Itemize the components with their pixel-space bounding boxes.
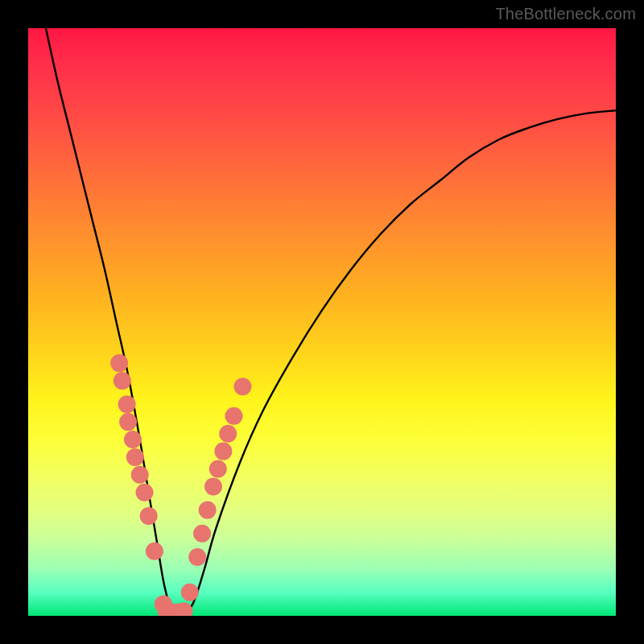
data-marker <box>214 443 232 460</box>
data-marker <box>209 460 227 478</box>
data-marker <box>119 413 137 431</box>
data-marker <box>181 584 199 601</box>
data-marker <box>233 378 251 395</box>
data-marker <box>146 543 163 560</box>
watermark-text: TheBottleneck.com <box>495 5 636 23</box>
data-marker <box>131 466 149 484</box>
data-marker <box>193 525 211 543</box>
data-marker <box>110 354 128 372</box>
curve-svg <box>28 28 616 616</box>
data-marker <box>114 372 131 390</box>
data-marker <box>118 395 136 413</box>
data-marker <box>199 502 217 519</box>
data-marker <box>126 448 144 466</box>
bottleneck-curve-path <box>46 28 616 616</box>
plot-area <box>28 28 616 616</box>
data-marker <box>188 548 206 566</box>
data-marker <box>124 431 142 448</box>
chart-frame: TheBottleneck.com <box>0 0 644 644</box>
data-marker <box>219 425 237 443</box>
curve-group <box>46 28 616 616</box>
data-marker <box>225 407 243 425</box>
data-marker <box>204 477 222 495</box>
data-marker <box>140 507 158 525</box>
data-marker <box>136 484 154 502</box>
